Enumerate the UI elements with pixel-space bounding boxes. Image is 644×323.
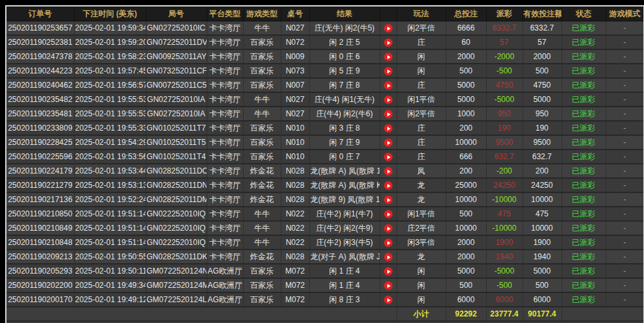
game-type-cell: 牛牛 [243, 207, 281, 221]
col-game-mode: 游戏模式 [606, 6, 643, 21]
order-id-cell: 250201190210850 [6, 207, 74, 221]
order-id-cell: 250201190228425 [6, 135, 74, 149]
table-row: 250201190244223 2025-02-01 19:57:45 GN07… [6, 64, 643, 78]
table-no-cell: N028 [281, 178, 309, 192]
round-id-cell: GN022252010IQ [146, 235, 207, 250]
play-icon[interactable] [384, 267, 393, 276]
table-row: 250201190224179 2025-02-01 19:53:44 GN02… [6, 164, 643, 178]
bet-time-cell: 2025-02-01 19:49:34 [74, 278, 146, 292]
round-id-cell: GN007252011C5 [146, 78, 207, 92]
total-bet-cell: 2000 [446, 235, 486, 250]
table-row: 250201190252381 2025-02-01 19:59:20 GN07… [6, 35, 643, 49]
order-id-cell: 250201190202200 [6, 278, 74, 292]
total-bet-cell: 10000 [446, 135, 486, 149]
play-icon[interactable] [384, 153, 393, 161]
play-icon[interactable] [384, 224, 393, 233]
play-cell [380, 292, 396, 307]
table-row: 250201190228425 2025-02-01 19:54:29 GN01… [6, 135, 643, 149]
payout-cell: 950 [486, 107, 522, 121]
payout-cell: 9500 [486, 135, 522, 149]
bet-records-table: 订单号 下注时间 (美东) 局号 平台类型 游戏类型 桌号 结果 玩法 总投注 … [6, 6, 643, 323]
table-row: 250201190221279 2025-02-01 19:53:13 GN02… [6, 178, 643, 192]
play-cell [380, 92, 396, 107]
play-cell [380, 149, 396, 164]
result-cell: 龙(散牌 A) 凤(散牌 10) [309, 164, 380, 178]
table-row: 250201190209213 2025-02-01 19:50:55 GN02… [6, 250, 643, 264]
play-icon[interactable] [384, 239, 393, 247]
table-row: 250201190253657 2025-02-01 19:59:34 GN02… [6, 21, 643, 36]
play-icon[interactable] [384, 24, 393, 32]
payout-cell: 6000 [486, 292, 522, 307]
play-icon[interactable] [384, 196, 393, 204]
platform-cell: 卡卡湾厅 [207, 235, 243, 250]
bet-time-cell: 2025-02-01 19:53:44 [74, 164, 146, 178]
order-id-cell: 250201190200170 [6, 292, 74, 307]
bet-records-table-container: 订单号 下注时间 (美东) 局号 平台类型 游戏类型 桌号 结果 玩法 总投注 … [5, 5, 644, 323]
game-type-cell: 百家乐 [243, 121, 281, 135]
bet-time-cell: 2025-02-01 19:56:57 [74, 78, 146, 92]
game-mode-cell: - [606, 149, 643, 164]
play-icon[interactable] [384, 296, 393, 304]
table-row: 250201190217136 2025-02-01 19:52:24 GN02… [6, 192, 643, 207]
total-bet-cell: 25000 [446, 178, 486, 192]
total-bet-cell: 10000 [446, 192, 486, 207]
table-no-cell: N007 [281, 78, 309, 92]
table-no-cell: N009 [281, 49, 309, 64]
result-cell: 闲 7 庄 9 [309, 135, 380, 149]
table-no-cell: N027 [281, 92, 309, 107]
col-payout: 派彩 [486, 6, 522, 21]
play-icon[interactable] [384, 67, 393, 75]
play-icon[interactable] [384, 210, 393, 218]
round-id-cell: GN009252011AY [146, 49, 207, 64]
status-badge: 已派彩 [561, 78, 606, 92]
round-id-cell: GN027252010IA [146, 107, 207, 121]
subtotal-total-bet: 92292 [446, 307, 486, 321]
play-icon[interactable] [384, 281, 393, 290]
play-cell [380, 250, 396, 264]
order-id-cell: 250201190253657 [6, 21, 74, 36]
table-row: 250201190210848 2025-02-01 19:51:14 GN02… [6, 235, 643, 250]
play-icon[interactable] [384, 181, 393, 190]
table-no-cell: N028 [281, 164, 309, 178]
table-row: 250201190247378 2025-02-01 19:58:23 GN00… [6, 49, 643, 64]
play-icon[interactable] [384, 138, 393, 147]
status-badge: 已派彩 [561, 49, 606, 64]
game-mode-cell: - [606, 207, 643, 221]
play-method-cell: 闲1平倍 [396, 92, 446, 107]
play-method-cell: 庄 [396, 78, 446, 92]
valid-bet-cell: 6000 [522, 292, 561, 307]
valid-bet-cell: 1900 [522, 235, 561, 250]
order-id-cell: 250201190235481 [6, 107, 74, 121]
game-mode-cell: - [606, 292, 643, 307]
round-id-cell: GN028252011DK [146, 250, 207, 264]
play-icon[interactable] [384, 53, 393, 61]
payout-cell: -10000 [486, 221, 522, 235]
valid-bet-cell: 500 [522, 64, 561, 78]
platform-cell: 卡卡湾厅 [207, 92, 243, 107]
play-cell [380, 264, 396, 278]
status-badge: 已派彩 [561, 292, 606, 307]
play-method-cell: 庄 [396, 135, 446, 149]
play-method-cell: 闲 [396, 278, 446, 292]
order-id-cell: 250201190210848 [6, 235, 74, 250]
game-type-cell: 百家乐 [243, 78, 281, 92]
table-no-cell: M072 [281, 278, 309, 292]
play-cell [380, 178, 396, 192]
play-icon[interactable] [384, 96, 393, 104]
result-cell: 闲 1 庄 4 [309, 264, 380, 278]
play-icon[interactable] [384, 110, 393, 118]
total-bet-cell: 500 [446, 207, 486, 221]
play-icon[interactable] [384, 167, 393, 175]
order-id-cell: 250201190209213 [6, 250, 74, 264]
play-icon[interactable] [384, 253, 393, 261]
platform-cell: 卡卡湾厅 [207, 221, 243, 235]
platform-cell: 卡卡湾厅 [207, 35, 243, 49]
play-icon[interactable] [384, 124, 393, 133]
play-method-cell: 庄 [396, 149, 446, 164]
status-badge: 已派彩 [561, 164, 606, 178]
play-method-cell: 龙 [396, 192, 446, 207]
valid-bet-cell: 632.7 [522, 149, 561, 164]
play-icon[interactable] [384, 81, 393, 90]
play-icon[interactable] [384, 38, 393, 47]
valid-bet-cell: 200 [522, 164, 561, 178]
